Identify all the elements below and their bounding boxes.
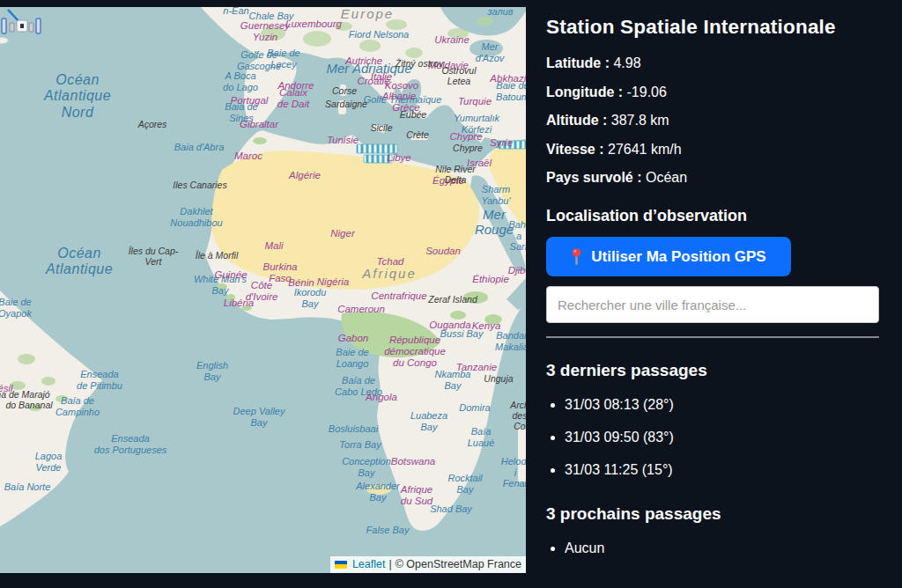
pass-item: 31/03 08:13 (28°) [565,397,879,413]
last-passes-list: 31/03 08:13 (28°)31/03 09:50 (83°)31/03 … [546,397,879,478]
iss-info-panel: Station Spatiale Internationale Latitude… [526,0,902,588]
section-divider [546,336,879,338]
ukraine-flag-icon [335,561,347,569]
stat-label: Latitude : [546,55,610,70]
osm-attribution: © OpenStreetMap France [396,558,521,570]
madagascar-sliver [518,428,526,482]
iss-marker[interactable] [0,7,46,39]
corsica-island [340,85,346,96]
stat-row: Altitude : 387.8 km [546,113,879,129]
namib-desert [366,484,391,495]
sahara-desert [211,151,479,290]
euboea-island [407,113,418,116]
use-gps-button[interactable]: Utiliser Ma Position GPS [546,237,791,276]
iss-satellite-icon [2,18,41,33]
stat-label: Pays survolé : [546,170,642,185]
stat-row: Longitude : -19.06 [546,85,879,100]
stat-label: Longitude : [546,85,623,99]
pass-item: 31/03 11:25 (15°) [565,462,879,478]
last-passes-heading: 3 derniers passages [546,361,879,380]
panel-title: Station Spatiale Internationale [546,16,879,39]
sea-of-azov [469,40,503,57]
map-pin-icon [571,248,582,266]
observation-heading: Localisation d’observation [546,207,879,225]
use-gps-button-label: Utiliser Ma Position GPS [591,248,765,266]
leaflet-link[interactable]: Leaflet [352,558,386,570]
sardinia-island [338,100,346,114]
stat-label: Altitude : [546,113,607,128]
pass-item: 31/03 09:50 (83°) [565,430,879,445]
leaflet-map[interactable]: Océan Atlantique NordOcéan AtlantiqueMer… [0,7,526,573]
stat-row: Pays survolé : Océan [546,170,879,186]
crete-island [410,136,428,140]
pass-item: Aucun [565,540,879,556]
map-attribution: Leaflet | © OpenStreetMap France [330,556,526,573]
stat-label: Vitesse : [546,142,604,157]
map-canvas[interactable] [0,7,526,573]
next-passes-list: Aucun [546,540,879,556]
stats-list: Latitude : 4.98Longitude : -19.06Altitud… [546,55,879,186]
attribution-separator: | [388,558,391,570]
city-search-input[interactable] [546,286,879,323]
stat-row: Vitesse : 27641 km/h [546,142,879,158]
next-passes-heading: 3 prochains passages [546,504,879,524]
stat-row: Latitude : 4.98 [546,55,879,71]
